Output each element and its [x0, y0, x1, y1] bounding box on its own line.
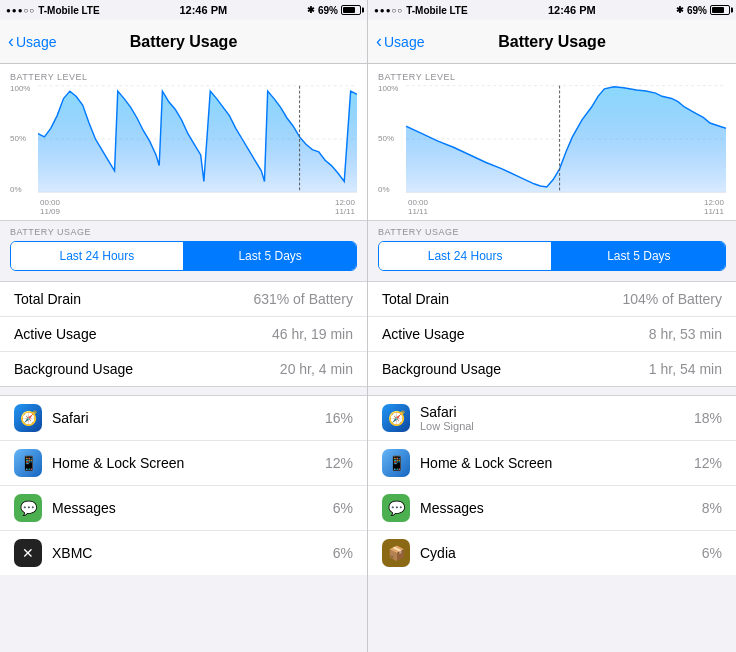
y-label-50: 50%	[10, 134, 26, 143]
back-label: Usage	[16, 34, 56, 50]
chart-x-labels: 00:0011/11 12:0011/11	[378, 198, 726, 216]
app-row-0[interactable]: 🧭 Safari 16%	[0, 396, 367, 441]
app-percent-1: 12%	[325, 455, 353, 471]
battery-percent: 69%	[687, 5, 707, 16]
usage-section-label: BATTERY USAGE	[10, 227, 357, 237]
app-row-2[interactable]: 💬 Messages 8%	[368, 486, 736, 531]
battery-icon	[710, 5, 730, 15]
app-name-1: Home & Lock Screen	[52, 455, 325, 471]
app-info-3: XBMC	[52, 545, 333, 561]
screen-left: ●●●○○ T-Mobile LTE 12:46 PM ✱ 69% ‹ Usag…	[0, 0, 368, 652]
content-scroll[interactable]: BATTERY LEVEL 100% 50% 0%	[368, 64, 736, 652]
chart-x-labels: 00:0011/09 12:0011/11	[10, 198, 357, 216]
app-info-0: Safari	[52, 410, 325, 426]
stat-row-2: Background Usage 1 hr, 54 min	[368, 352, 736, 386]
back-label: Usage	[384, 34, 424, 50]
y-label-50: 50%	[378, 134, 394, 143]
app-name-0: Safari	[52, 410, 325, 426]
y-label-0: 0%	[10, 185, 22, 194]
back-button[interactable]: ‹ Usage	[376, 33, 424, 50]
content-scroll[interactable]: BATTERY LEVEL 100% 50% 0%	[0, 64, 367, 652]
app-icon-safari: 🧭	[382, 404, 410, 432]
app-icon-cydia: 📦	[382, 539, 410, 567]
app-list: 🧭 Safari Low Signal 18% 📱 Home & Lock Sc	[368, 395, 736, 575]
app-name-2: Messages	[52, 500, 333, 516]
stats-section: Total Drain 631% of Battery Active Usage…	[0, 281, 367, 387]
nav-bar: ‹ Usage Battery Usage	[368, 20, 736, 64]
stat-label-0: Total Drain	[382, 291, 449, 307]
battery-icon	[341, 5, 361, 15]
back-button[interactable]: ‹ Usage	[8, 33, 56, 50]
segmented-control[interactable]: Last 24 Hours Last 5 Days	[378, 241, 726, 271]
seg-5day[interactable]: Last 5 Days	[184, 242, 356, 270]
x-label-end: 12:0011/11	[704, 198, 724, 216]
segmented-control[interactable]: Last 24 Hours Last 5 Days	[10, 241, 357, 271]
chart-section: BATTERY LEVEL 100% 50% 0%	[368, 64, 736, 221]
y-label-100: 100%	[10, 84, 30, 93]
stat-row-1: Active Usage 46 hr, 19 min	[0, 317, 367, 352]
screen-right: ●●●○○ T-Mobile LTE 12:46 PM ✱ 69% ‹ Usag…	[368, 0, 736, 652]
stat-label-0: Total Drain	[14, 291, 81, 307]
carrier-label: T-Mobile LTE	[406, 5, 467, 16]
app-info-1: Home & Lock Screen	[420, 455, 694, 471]
stat-label-1: Active Usage	[14, 326, 96, 342]
app-percent-3: 6%	[702, 545, 722, 561]
chart-y-labels: 100% 50% 0%	[378, 84, 406, 194]
app-row-2[interactable]: 💬 Messages 6%	[0, 486, 367, 531]
chart-svg	[38, 84, 357, 194]
nav-bar: ‹ Usage Battery Usage	[0, 20, 367, 64]
app-name-2: Messages	[420, 500, 702, 516]
signal-dots: ●●●○○	[6, 6, 35, 15]
bluetooth-icon: ✱	[676, 5, 684, 15]
app-icon-safari: 🧭	[14, 404, 42, 432]
chart-section: BATTERY LEVEL 100% 50% 0%	[0, 64, 367, 221]
signal-dots: ●●●○○	[374, 6, 403, 15]
app-name-3: XBMC	[52, 545, 333, 561]
page-title: Battery Usage	[130, 33, 238, 51]
chart-y-labels: 100% 50% 0%	[10, 84, 38, 194]
x-label-start: 00:0011/11	[408, 198, 428, 216]
chart-label: BATTERY LEVEL	[378, 72, 726, 82]
stat-value-2: 1 hr, 54 min	[649, 361, 722, 377]
app-row-3[interactable]: 📦 Cydia 6%	[368, 531, 736, 575]
stats-section: Total Drain 104% of Battery Active Usage…	[368, 281, 736, 387]
stat-value-2: 20 hr, 4 min	[280, 361, 353, 377]
back-chevron-icon: ‹	[376, 32, 382, 50]
app-info-0: Safari Low Signal	[420, 404, 694, 432]
x-label-end: 12:0011/11	[335, 198, 355, 216]
app-icon-home: 📱	[382, 449, 410, 477]
y-label-100: 100%	[378, 84, 398, 93]
page-title: Battery Usage	[498, 33, 606, 51]
stat-row-1: Active Usage 8 hr, 53 min	[368, 317, 736, 352]
stat-value-0: 104% of Battery	[622, 291, 722, 307]
app-subtitle-0: Low Signal	[420, 420, 694, 432]
seg-24hr[interactable]: Last 24 Hours	[11, 242, 183, 270]
status-bar: ●●●○○ T-Mobile LTE 12:46 PM ✱ 69%	[368, 0, 736, 20]
app-row-3[interactable]: ✕ XBMC 6%	[0, 531, 367, 575]
chart-canvas	[406, 84, 726, 198]
app-percent-2: 8%	[702, 500, 722, 516]
stat-label-2: Background Usage	[382, 361, 501, 377]
app-row-1[interactable]: 📱 Home & Lock Screen 12%	[0, 441, 367, 486]
stat-label-1: Active Usage	[382, 326, 464, 342]
app-info-2: Messages	[52, 500, 333, 516]
status-time: 12:46 PM	[548, 4, 596, 16]
app-row-0[interactable]: 🧭 Safari Low Signal 18%	[368, 396, 736, 441]
app-info-2: Messages	[420, 500, 702, 516]
chart-svg	[406, 84, 726, 194]
usage-section: BATTERY USAGE Last 24 Hours Last 5 Days	[0, 221, 367, 281]
app-percent-3: 6%	[333, 545, 353, 561]
app-icon-messages: 💬	[14, 494, 42, 522]
battery-percent: 69%	[318, 5, 338, 16]
status-right: ✱ 69%	[307, 5, 361, 16]
app-percent-0: 16%	[325, 410, 353, 426]
app-name-3: Cydia	[420, 545, 702, 561]
seg-24hr[interactable]: Last 24 Hours	[379, 242, 551, 270]
app-name-0: Safari	[420, 404, 694, 420]
seg-5day[interactable]: Last 5 Days	[553, 242, 725, 270]
app-info-1: Home & Lock Screen	[52, 455, 325, 471]
status-left: ●●●○○ T-Mobile LTE	[374, 5, 468, 16]
app-row-1[interactable]: 📱 Home & Lock Screen 12%	[368, 441, 736, 486]
usage-section: BATTERY USAGE Last 24 Hours Last 5 Days	[368, 221, 736, 281]
carrier-label: T-Mobile LTE	[38, 5, 99, 16]
